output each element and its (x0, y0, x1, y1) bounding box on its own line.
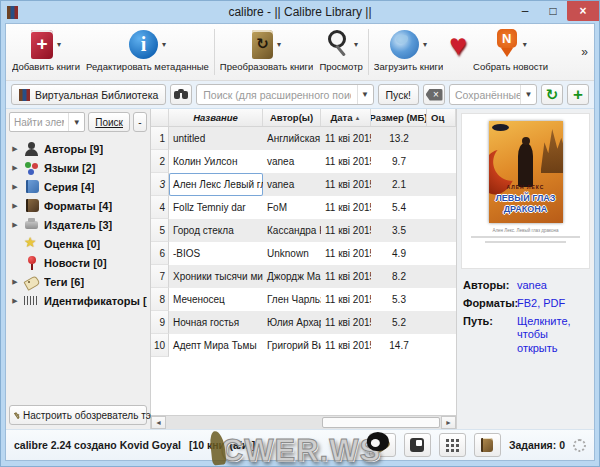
tag-search-options-button[interactable]: - (133, 112, 147, 132)
cell-authors[interactable]: Unknown (263, 242, 321, 265)
chevron-down-icon[interactable]: ▾ (523, 40, 527, 49)
scrollbar-thumb[interactable] (322, 417, 440, 428)
formats-links[interactable]: FB2, PDF (517, 297, 565, 311)
cell-title[interactable]: Адепт Мира Тьмы (169, 334, 263, 357)
save-search-button[interactable]: + (567, 84, 589, 105)
table-row[interactable]: 6 -BIOS Unknown 11 кві 2015 4.9 (151, 242, 456, 265)
search-history-arrow-icon[interactable]: ▼ (357, 85, 373, 104)
chevron-down-icon[interactable]: ▾ (162, 40, 166, 49)
chevron-down-icon[interactable]: ▾ (354, 40, 358, 49)
cell-title[interactable]: Хроники тысячи мир... (169, 265, 263, 288)
cell-authors[interactable]: Григорий Ви... (263, 334, 321, 357)
view-button[interactable]: ▾ Просмотр (316, 24, 365, 80)
convert-books-button[interactable]: ▾ Преобразовать книги (217, 24, 317, 80)
expand-arrow-icon[interactable]: ▶ (11, 145, 19, 153)
table-row[interactable]: 9 Ночная гостья Юлия Архар... 11 кві 201… (151, 311, 456, 334)
close-button[interactable]: × (567, 1, 599, 21)
edit-metadata-button[interactable]: ▾ Редактировать метаданные (83, 24, 212, 80)
cell-rating[interactable] (427, 219, 456, 242)
expand-arrow-icon[interactable]: ▶ (11, 221, 19, 229)
toggle-tag-browser-button[interactable] (369, 433, 396, 457)
cell-date[interactable]: 11 кві 2015 (321, 311, 371, 334)
fetch-news-button[interactable]: ▾ Собрать новости (470, 24, 551, 80)
cell-size[interactable]: 2.1 (371, 173, 427, 196)
chevron-down-icon[interactable]: ▾ (57, 40, 61, 49)
cell-authors[interactable]: Английская ... (263, 127, 321, 150)
tree-item[interactable]: Новости [0] (11, 253, 147, 272)
saved-searches-combo[interactable]: Сохранённые ... ▼ (449, 84, 537, 105)
search-go-button[interactable]: Пуск! (378, 84, 419, 105)
col-title[interactable]: Название (169, 109, 263, 126)
table-row[interactable]: 1 untitled Английская ... 11 кві 2015 13… (151, 127, 456, 150)
cell-date[interactable]: 11 кві 2015 (321, 219, 371, 242)
expand-arrow-icon[interactable]: ▶ (11, 297, 19, 305)
col-size[interactable]: Размер (МБ) (371, 109, 427, 126)
path-link[interactable]: Щелкните, чтобы открыть (517, 315, 588, 356)
cell-size[interactable]: 3.5 (371, 219, 427, 242)
search-input[interactable] (197, 85, 356, 104)
jobs-status[interactable]: Задания: 0 (509, 439, 565, 451)
cell-authors[interactable]: Глен Чарльз ... (263, 288, 321, 311)
cell-authors[interactable]: Джордж Ма... (263, 265, 321, 288)
find-item-input[interactable] (10, 117, 68, 128)
authors-link[interactable]: vanea (517, 279, 547, 293)
toggle-cover-grid-button[interactable] (439, 433, 466, 457)
tag-search-button[interactable]: Поиск (88, 112, 130, 132)
cell-rating[interactable] (427, 265, 456, 288)
clear-search-button[interactable] (423, 84, 445, 105)
scroll-left-icon[interactable]: ◄ (151, 416, 166, 429)
cell-title[interactable]: Ален Лекс Левый глаз... (169, 173, 263, 196)
expand-arrow-icon[interactable]: ▶ (11, 183, 19, 191)
cell-title[interactable]: -BIOS (169, 242, 263, 265)
cell-title[interactable]: Город стекла (169, 219, 263, 242)
add-books-button[interactable]: ▾ Добавить книги (9, 24, 83, 80)
chevron-down-icon[interactable]: ▼ (68, 113, 84, 131)
table-row[interactable]: 10 Адепт Мира Тьмы Григорий Ви... 11 кві… (151, 334, 456, 357)
cell-title[interactable]: Follz Temniy dar (169, 196, 263, 219)
cell-rating[interactable] (427, 334, 456, 357)
cell-rating[interactable] (427, 242, 456, 265)
tree-item[interactable]: ▶ Серия [4] (11, 177, 147, 196)
tree-item[interactable]: ▶ Форматы [4] (11, 196, 147, 215)
expand-arrow-icon[interactable]: ▶ (11, 278, 19, 286)
book-cover[interactable]: АЛЕН ЛЕКС ЛЕВЫЙ ГЛАЗ ДРАКОНА (489, 121, 563, 223)
cell-date[interactable]: 11 кві 2015 (321, 265, 371, 288)
cell-size[interactable]: 4.9 (371, 242, 427, 265)
cell-size[interactable]: 8.2 (371, 265, 427, 288)
tree-item[interactable]: ▶ Языки [2] (11, 158, 147, 177)
table-row[interactable]: 8 Меченосец Глен Чарльз ... 11 кві 2015 … (151, 288, 456, 311)
cell-rating[interactable] (427, 311, 456, 334)
col-authors[interactable]: Автор(ы) (263, 109, 321, 126)
cell-rating[interactable] (427, 150, 456, 173)
cell-date[interactable]: 11 кві 2015 (321, 127, 371, 150)
cell-authors[interactable]: vanea (263, 150, 321, 173)
table-row[interactable]: 4 Follz Temniy dar FoM 11 кві 2015 5.4 (151, 196, 456, 219)
cell-date[interactable]: 11 кві 2015 (321, 288, 371, 311)
chevron-down-icon[interactable]: ▾ (423, 40, 427, 49)
configure-tag-browser-button[interactable]: Настроить обозреватель тэгов ▾ (9, 405, 147, 425)
title-bar[interactable]: calibre - || Calibre Library || – □ × (1, 1, 599, 23)
cell-date[interactable]: 11 кві 2015 (321, 242, 371, 265)
cell-size[interactable]: 14.7 (371, 334, 427, 357)
cell-size[interactable]: 5.3 (371, 288, 427, 311)
cell-date[interactable]: 11 кві 2015 (321, 173, 371, 196)
cell-rating[interactable] (427, 288, 456, 311)
download-books-button[interactable]: ▾ Загрузить книги (371, 24, 447, 80)
copy-search-button[interactable]: ↻ (541, 84, 563, 105)
cell-rating[interactable] (427, 196, 456, 219)
toggle-cover-browser-button[interactable] (404, 433, 431, 457)
expand-arrow-icon[interactable]: ▶ (11, 164, 19, 172)
tree-item[interactable]: ▶ Теги [6] (11, 272, 147, 291)
cell-rating[interactable] (427, 127, 456, 150)
cell-date[interactable]: 11 кві 2015 (321, 196, 371, 219)
minimize-button[interactable]: – (511, 1, 539, 21)
jobs-spinner-icon[interactable] (573, 439, 586, 452)
advanced-search-button[interactable] (170, 84, 192, 105)
cell-title[interactable]: Ночная гостья (169, 311, 263, 334)
tree-item[interactable]: ▶ Издатель [3] (11, 215, 147, 234)
col-date[interactable]: Дата▲ (321, 109, 371, 126)
table-row[interactable]: 7 Хроники тысячи мир... Джордж Ма... 11 … (151, 265, 456, 288)
cell-size[interactable]: 5.2 (371, 311, 427, 334)
cell-title[interactable]: Колин Уилсон (169, 150, 263, 173)
horizontal-scrollbar[interactable]: ◄ ► (151, 415, 456, 429)
